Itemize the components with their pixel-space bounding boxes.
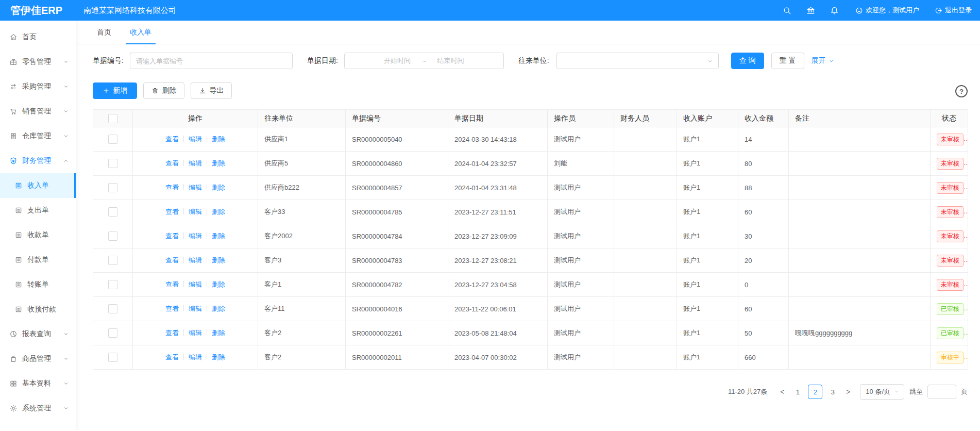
edit-link[interactable]: 编辑 xyxy=(189,353,202,361)
edit-link[interactable]: 编辑 xyxy=(189,159,202,167)
reset-button[interactable]: 重 置 xyxy=(771,53,804,69)
delete-link[interactable]: 删除 xyxy=(212,159,225,167)
delete-link[interactable]: 删除 xyxy=(212,329,225,337)
sidebar-item-advance-doc[interactable]: 收预付款 xyxy=(0,297,76,322)
row-checkbox[interactable] xyxy=(108,353,117,362)
pagination-total: 11-20 共27条 xyxy=(728,387,767,396)
select-all-checkbox[interactable] xyxy=(108,114,117,123)
action-divider xyxy=(207,354,207,360)
sidebar-item-transfer-doc[interactable]: 转账单 xyxy=(0,272,76,297)
logout-button[interactable]: 退出登录 xyxy=(935,6,972,15)
delete-link[interactable]: 删除 xyxy=(212,256,225,264)
search-icon[interactable] xyxy=(775,0,799,21)
expand-link[interactable]: 展开 xyxy=(812,56,835,65)
column-header: 收入账户 xyxy=(677,110,738,127)
sidebar-item-sales[interactable]: 销售管理 xyxy=(0,99,76,124)
view-link[interactable]: 查看 xyxy=(165,232,179,240)
jump-page-input[interactable] xyxy=(927,385,956,399)
cell-doc-no: SR00000004857 xyxy=(346,176,448,200)
finance-icon xyxy=(9,157,18,165)
row-checkbox[interactable] xyxy=(108,328,117,338)
cell-operator: 测试用户 xyxy=(548,176,614,200)
logout-icon xyxy=(935,7,942,14)
sidebar-item-base-data[interactable]: 基本资料 xyxy=(0,371,76,396)
delete-link[interactable]: 删除 xyxy=(212,208,225,216)
cell-account: 账户1 xyxy=(677,321,738,345)
edit-link[interactable]: 编辑 xyxy=(189,256,202,264)
sidebar-item-goods[interactable]: 商品管理 xyxy=(0,346,76,371)
table-row: 查看编辑删除客户2SR000000020112023-04-07 00:30:0… xyxy=(93,345,968,370)
delete-link[interactable]: 删除 xyxy=(212,353,225,361)
prev-page-button[interactable]: < xyxy=(775,385,789,399)
cell-remark xyxy=(789,273,931,297)
edit-link[interactable]: 编辑 xyxy=(189,135,202,143)
action-divider xyxy=(207,233,207,239)
sidebar-item-retail[interactable]: 零售管理 xyxy=(0,49,76,74)
view-link[interactable]: 查看 xyxy=(165,256,179,264)
view-link[interactable]: 查看 xyxy=(165,280,179,288)
next-page-button[interactable]: > xyxy=(841,385,855,399)
view-link[interactable]: 查看 xyxy=(165,329,179,337)
search-button[interactable]: 查 询 xyxy=(731,53,764,69)
delete-link[interactable]: 删除 xyxy=(212,232,225,240)
sidebar-item-purchase[interactable]: 采购管理 xyxy=(0,74,76,99)
export-button[interactable]: 导出 xyxy=(191,82,232,99)
doc-date-label: 单据日期: xyxy=(307,56,338,65)
row-checkbox[interactable] xyxy=(108,231,117,241)
sidebar-item-income-doc[interactable]: 收入单 xyxy=(0,173,76,198)
filter-row: 单据编号: 单据日期: 开始时间 ~ 结束时间 往来单位: 查 询 重 置 展开 xyxy=(93,53,968,69)
row-checkbox[interactable] xyxy=(108,183,117,192)
sidebar-item-system[interactable]: 系统管理 xyxy=(0,396,76,421)
sidebar-item-label: 转账单 xyxy=(27,280,49,289)
row-checkbox[interactable] xyxy=(108,280,117,289)
page-size-select[interactable]: 10 条/页 xyxy=(860,384,904,400)
page-number-1[interactable]: 1 xyxy=(790,385,805,399)
welcome-text: 欢迎您，测试用户 xyxy=(866,6,919,15)
tab-home[interactable]: 首页 xyxy=(93,21,115,44)
sidebar-item-expense-doc[interactable]: 支出单 xyxy=(0,198,76,223)
view-link[interactable]: 查看 xyxy=(165,135,179,143)
edit-link[interactable]: 编辑 xyxy=(189,184,202,191)
sidebar-item-reports[interactable]: 报表查询 xyxy=(0,322,76,346)
cell-actions: 查看编辑删除 xyxy=(133,321,258,345)
doc-icon xyxy=(14,305,23,313)
delete-button[interactable]: 删除 xyxy=(143,82,184,99)
bell-icon[interactable] xyxy=(822,0,846,21)
row-checkbox[interactable] xyxy=(108,256,117,265)
edit-link[interactable]: 编辑 xyxy=(189,232,202,240)
add-button[interactable]: 新增 xyxy=(93,82,137,99)
doc-no-input[interactable] xyxy=(130,53,293,69)
delete-link[interactable]: 删除 xyxy=(212,280,225,288)
row-checkbox[interactable] xyxy=(108,207,117,217)
view-link[interactable]: 查看 xyxy=(165,305,179,312)
edit-link[interactable]: 编辑 xyxy=(189,208,202,216)
page-number-3[interactable]: 3 xyxy=(825,385,840,399)
view-link[interactable]: 查看 xyxy=(165,353,179,361)
sidebar-item-receipt-doc[interactable]: 收款单 xyxy=(0,223,76,247)
row-checkbox[interactable] xyxy=(108,159,117,168)
edit-link[interactable]: 编辑 xyxy=(189,329,202,337)
tab-income-doc[interactable]: 收入单 xyxy=(126,21,156,44)
cell-partner: 供应商5 xyxy=(258,152,346,176)
row-checkbox[interactable] xyxy=(108,135,117,144)
welcome-user[interactable]: 欢迎您，测试用户 xyxy=(855,6,919,15)
sidebar-item-payment-doc[interactable]: 付款单 xyxy=(0,247,76,272)
view-link[interactable]: 查看 xyxy=(165,208,179,216)
edit-link[interactable]: 编辑 xyxy=(189,280,202,288)
bank-icon[interactable] xyxy=(799,0,822,21)
cell-status: 未审核 xyxy=(931,127,968,152)
edit-link[interactable]: 编辑 xyxy=(189,305,202,312)
page-number-2[interactable]: 2 xyxy=(808,385,822,399)
sidebar-item-home[interactable]: 首页 xyxy=(0,25,76,49)
partner-select[interactable] xyxy=(556,53,719,69)
delete-link[interactable]: 删除 xyxy=(212,184,225,191)
delete-link[interactable]: 删除 xyxy=(212,305,225,312)
sidebar-item-warehouse[interactable]: 仓库管理 xyxy=(0,124,76,148)
cell-actions: 查看编辑删除 xyxy=(133,152,258,176)
view-link[interactable]: 查看 xyxy=(165,159,179,167)
delete-link[interactable]: 删除 xyxy=(212,135,225,143)
sidebar-item-finance[interactable]: 财务管理 xyxy=(0,148,76,173)
date-range-input[interactable]: 开始时间 ~ 结束时间 xyxy=(344,53,504,69)
view-link[interactable]: 查看 xyxy=(165,184,179,191)
row-checkbox[interactable] xyxy=(108,304,117,313)
